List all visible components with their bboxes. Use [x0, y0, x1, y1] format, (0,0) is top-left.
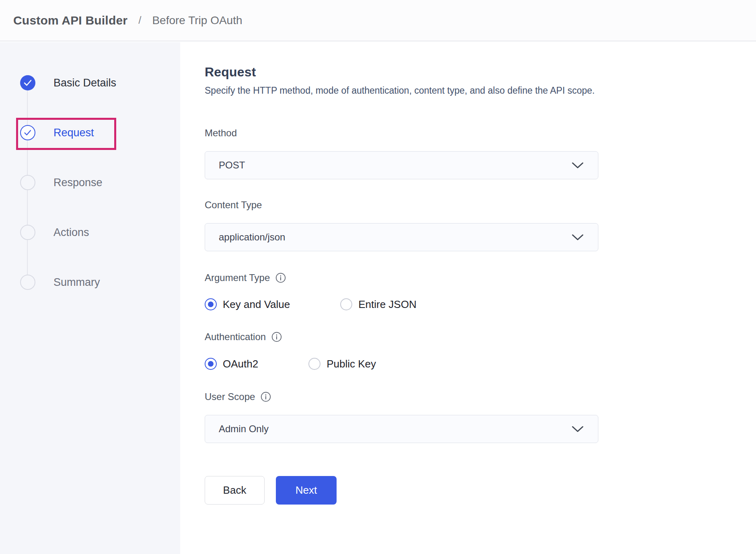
- completed-check-icon: [20, 75, 35, 90]
- stepper-item-label: Actions: [53, 226, 89, 239]
- custom-api-builder-page: Custom API Builder / Before Trip OAuth B…: [0, 0, 756, 554]
- authentication-radio-group: OAuth2 Public Key: [205, 357, 756, 370]
- breadcrumb-current: Before Trip OAuth: [152, 14, 242, 27]
- user-scope-label: User Scope: [205, 391, 756, 403]
- breadcrumb: Custom API Builder / Before Trip OAuth: [0, 0, 756, 41]
- breadcrumb-root[interactable]: Custom API Builder: [13, 14, 127, 27]
- stepper-item-label: Request: [53, 127, 94, 139]
- method-select[interactable]: POST: [205, 151, 598, 179]
- back-button[interactable]: Back: [205, 476, 265, 505]
- wizard-stepper-sidebar: Basic Details Request Response Actions S…: [0, 42, 180, 554]
- content-type-label: Content Type: [205, 199, 756, 211]
- stepper-item-request[interactable]: Request: [0, 125, 180, 141]
- info-icon[interactable]: [275, 273, 286, 283]
- active-check-icon: [20, 125, 35, 140]
- stepper-item-basic-details[interactable]: Basic Details: [0, 75, 180, 91]
- chevron-down-icon: [572, 162, 583, 169]
- stepper-item-response[interactable]: Response: [0, 174, 180, 191]
- wizard-nav-buttons: Back Next: [205, 476, 756, 505]
- stepper-item-label: Summary: [53, 276, 100, 289]
- pending-step-circle: [20, 275, 35, 290]
- breadcrumb-separator: /: [138, 14, 141, 27]
- stepper-item-label: Response: [53, 176, 103, 189]
- argument-type-radio-group: Key and Value Entire JSON: [205, 298, 756, 311]
- method-select-value: POST: [219, 160, 245, 171]
- pending-step-circle: [20, 225, 35, 240]
- chevron-down-icon: [572, 234, 583, 241]
- authentication-label: Authentication: [205, 331, 756, 343]
- argument-type-label: Argument Type: [205, 272, 756, 284]
- request-step-panel: Request Specify the HTTP method, mode of…: [180, 42, 756, 554]
- radio-unselected-icon: [308, 358, 320, 370]
- page-subtitle: Specify the HTTP method, mode of authent…: [205, 84, 756, 96]
- radio-selected-icon: [205, 298, 217, 310]
- method-label: Method: [205, 127, 756, 139]
- user-scope-select-value: Admin Only: [219, 423, 269, 435]
- info-icon[interactable]: [261, 392, 271, 402]
- radio-public-key[interactable]: Public Key: [308, 358, 376, 370]
- radio-oauth2[interactable]: OAuth2: [205, 358, 258, 370]
- radio-unselected-icon: [340, 298, 352, 310]
- radio-entire-json[interactable]: Entire JSON: [340, 298, 417, 311]
- stepper-item-label: Basic Details: [53, 77, 116, 89]
- radio-key-and-value[interactable]: Key and Value: [205, 298, 290, 311]
- radio-selected-icon: [205, 358, 217, 370]
- stepper-item-summary[interactable]: Summary: [0, 274, 180, 290]
- content-type-select-value: application/json: [219, 232, 285, 243]
- next-button[interactable]: Next: [276, 476, 337, 505]
- content-type-select[interactable]: application/json: [205, 223, 598, 251]
- page-title: Request: [205, 64, 756, 80]
- pending-step-circle: [20, 175, 35, 190]
- chevron-down-icon: [572, 426, 583, 433]
- user-scope-select[interactable]: Admin Only: [205, 415, 598, 443]
- stepper-item-actions[interactable]: Actions: [0, 224, 180, 240]
- info-icon[interactable]: [271, 332, 282, 342]
